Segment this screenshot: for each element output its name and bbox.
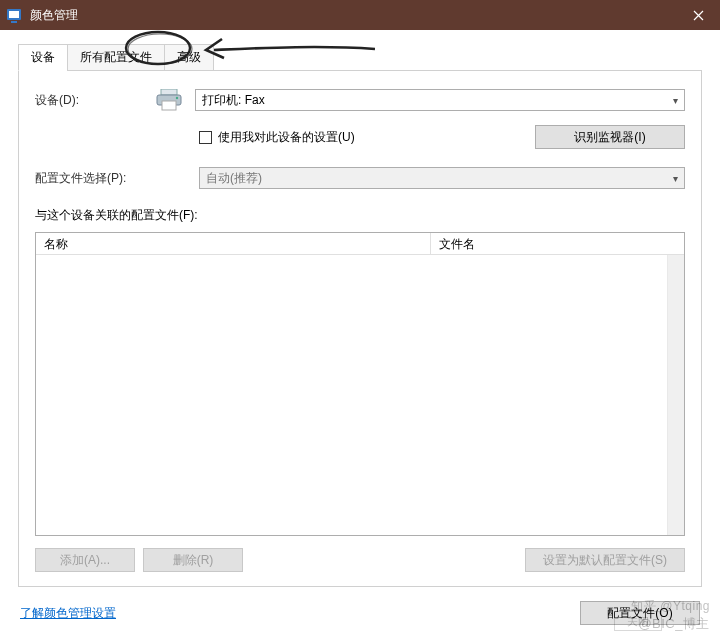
- app-icon: [6, 7, 22, 23]
- chevron-down-icon: ▾: [673, 173, 678, 184]
- list-body: [36, 255, 684, 535]
- svg-rect-2: [11, 21, 17, 23]
- scrollbar[interactable]: [667, 255, 684, 535]
- svg-rect-1: [9, 11, 19, 18]
- dialog-body: 设备 所有配置文件 高级 设备(D): 打印机:: [0, 30, 720, 637]
- learn-color-management-link[interactable]: 了解颜色管理设置: [20, 605, 116, 622]
- close-ghost-button: 关闭: [614, 611, 662, 631]
- device-label: 设备(D):: [35, 92, 155, 109]
- profile-select-label: 配置文件选择(P):: [35, 170, 155, 187]
- column-name[interactable]: 名称: [36, 233, 431, 254]
- profiles-listbox[interactable]: 名称 文件名: [35, 232, 685, 536]
- use-my-settings-checkbox[interactable]: [199, 131, 212, 144]
- device-select[interactable]: 打印机: Fax ▾: [195, 89, 685, 111]
- remove-button: 删除(R): [143, 548, 243, 572]
- list-header: 名称 文件名: [36, 233, 684, 255]
- use-my-settings-checkbox-wrap: 使用我对此设备的设置(U): [199, 129, 517, 146]
- use-my-settings-label: 使用我对此设备的设置(U): [218, 129, 355, 146]
- footer: 了解颜色管理设置 配置文件(O): [18, 587, 702, 629]
- svg-point-8: [176, 97, 178, 99]
- set-default-button: 设置为默认配置文件(S): [525, 548, 685, 572]
- associated-profiles-label: 与这个设备关联的配置文件(F):: [35, 207, 685, 224]
- identify-monitors-button[interactable]: 识别监视器(I): [535, 125, 685, 149]
- tab-all-profiles[interactable]: 所有配置文件: [67, 44, 165, 71]
- profile-mode-select: 自动(推荐) ▾: [199, 167, 685, 189]
- window-title: 颜色管理: [30, 7, 676, 24]
- chevron-down-icon: ▾: [673, 95, 678, 106]
- add-button: 添加(A)...: [35, 548, 135, 572]
- device-select-value: 打印机: Fax: [202, 92, 265, 109]
- svg-rect-5: [161, 89, 177, 95]
- tab-advanced[interactable]: 高级: [164, 44, 214, 71]
- column-filename[interactable]: 文件名: [431, 233, 684, 254]
- tab-device[interactable]: 设备: [18, 44, 68, 71]
- tab-strip: 设备 所有配置文件 高级: [18, 44, 702, 71]
- close-button[interactable]: [676, 0, 720, 30]
- titlebar: 颜色管理: [0, 0, 720, 30]
- tab-panel-device: 设备(D): 打印机: Fax ▾ 使用我对此设备的设置(U) 识别监视器(I)…: [18, 70, 702, 587]
- printer-icon: [155, 89, 183, 111]
- svg-rect-7: [162, 101, 176, 110]
- profile-mode-value: 自动(推荐): [206, 170, 262, 187]
- color-management-window: 颜色管理 设备 所有配置文件 高级 设备(D):: [0, 0, 720, 637]
